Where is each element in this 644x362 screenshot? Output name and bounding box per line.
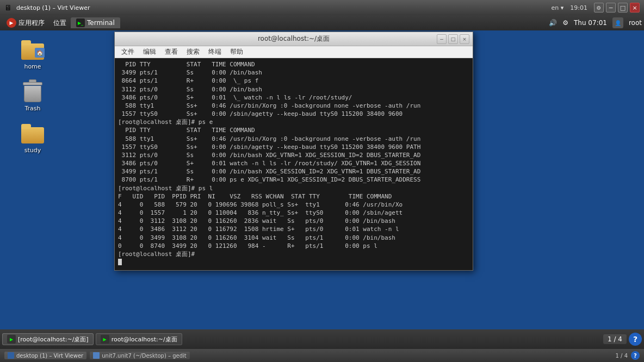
- menu-edit[interactable]: 编辑: [139, 47, 160, 57]
- terminal-content: PID TTY STAT TIME COMMAND 3499 pts/1 Ss …: [118, 60, 469, 258]
- host-locale[interactable]: en ▾: [552, 4, 564, 11]
- vm-panel-bottom: ▶ [root@localhost:~/桌面] ▶ root@localhost…: [0, 329, 644, 349]
- win-close-btn[interactable]: ×: [460, 34, 469, 44]
- host-taskbar-left: 🖥 desktop (1) – Virt Viewer: [4, 3, 90, 12]
- vm-panel-right: 🔊 ⚙ Thu 07:01 👤 root: [549, 17, 642, 28]
- terminal-tab-label: Terminal: [87, 19, 115, 27]
- volume-icon[interactable]: 🔊: [549, 19, 557, 27]
- vm-taskbar-item-1[interactable]: ▶ [root@localhost:~/桌面]: [2, 333, 94, 345]
- menu-file[interactable]: 文件: [117, 47, 139, 57]
- folder-tab: [21, 40, 31, 45]
- vm-pager: 1 / 4: [603, 334, 627, 344]
- logout-icon: 👤: [612, 17, 623, 28]
- host-maximize-btn[interactable]: □: [618, 3, 628, 13]
- host-task-label: desktop (1) – Virt Viewer: [16, 353, 83, 359]
- app-menu-icon[interactable]: ⚙: [562, 19, 568, 27]
- apps-red-icon: ▶: [7, 18, 16, 28]
- host-win-controls: en ▾ 19:01 ⚙ − □ ×: [552, 3, 640, 13]
- vm-time: Thu 07:01: [574, 19, 607, 27]
- host-titlebar: 🖥 desktop (1) – Virt Viewer en ▾ 19:01 ⚙…: [0, 0, 644, 15]
- vm-username: root: [629, 19, 642, 27]
- home-house: 🏠: [35, 48, 45, 58]
- menu-view[interactable]: 查看: [160, 47, 182, 57]
- vm-taskbar-label-2: root@localhost:~/桌面: [112, 335, 177, 344]
- terminal-window-title: root@localhost:~/桌面: [151, 34, 437, 43]
- win-controls: − □ ×: [437, 34, 469, 44]
- host-task-vm[interactable]: desktop (1) – Virt Viewer: [4, 352, 86, 359]
- host-bottom-bar: desktop (1) – Virt Viewer unit7.unit7 (~…: [0, 349, 644, 362]
- win-maximize-btn[interactable]: □: [448, 34, 458, 44]
- host-bottom-pager: 1 / 4: [616, 353, 628, 359]
- apps-label: 应用程序: [18, 18, 45, 28]
- terminal-titlebar: root@localhost:~/桌面 − □ ×: [115, 32, 473, 46]
- terminal-icon: ▶_: [76, 18, 85, 27]
- win-minimize-btn[interactable]: −: [437, 34, 447, 44]
- gedit-icon: [93, 352, 100, 359]
- study-folder-tab: [21, 124, 31, 129]
- terminal-menubar: 文件 编辑 查看 搜索 终端 帮助: [115, 46, 473, 58]
- vm-task-icon: [8, 352, 14, 359]
- host-gedit-label: unit7.unit7 (~/Desktop) – gedit: [102, 353, 187, 359]
- terminal-cursor: [118, 259, 122, 265]
- host-app-icon: 🖥: [4, 3, 12, 12]
- host-bottom-help[interactable]: ?: [631, 351, 640, 360]
- study-label: study: [24, 147, 41, 154]
- vm-taskbar-item-2[interactable]: ▶ root@localhost:~/桌面: [96, 333, 182, 345]
- host-title: desktop (1) – Virt Viewer: [16, 4, 90, 11]
- terminal-task-icon: ▶: [7, 335, 16, 344]
- desktop-icon-trash[interactable]: Trash: [11, 78, 54, 112]
- trash-lid: [23, 82, 42, 85]
- home-icon-img: 🏠: [20, 36, 46, 62]
- host-bottom-left: desktop (1) – Virt Viewer unit7.unit7 (~…: [4, 352, 190, 359]
- trash-icon-img: [20, 78, 46, 104]
- vm-taskbar-label-1: [root@localhost:~/桌面]: [18, 335, 89, 344]
- vm-places-btn[interactable]: 位置: [49, 17, 71, 29]
- places-label: 位置: [53, 18, 66, 28]
- host-bottom-right: 1 / 4 ?: [616, 351, 640, 360]
- menu-terminal[interactable]: 终端: [204, 47, 226, 57]
- study-icon-img: [20, 120, 46, 146]
- menu-help[interactable]: 帮助: [226, 47, 247, 57]
- host-settings-icon[interactable]: ⚙: [594, 3, 604, 13]
- menu-search[interactable]: 搜索: [182, 47, 204, 57]
- desktop-icons-area: 🏠 home Trash study: [11, 36, 54, 154]
- study-folder-shape: [21, 127, 44, 143]
- terminal-body[interactable]: PID TTY STAT TIME COMMAND 3499 pts/1 Ss …: [115, 58, 473, 270]
- vm-apps-btn[interactable]: ▶ 应用程序: [2, 17, 49, 29]
- terminal-window: root@localhost:~/桌面 − □ × 文件 编辑 查看 搜索 终端…: [114, 32, 473, 271]
- host-minimize-btn[interactable]: −: [606, 3, 616, 13]
- host-time: 19:01: [570, 4, 587, 11]
- home-label: home: [24, 63, 41, 70]
- vm-panel-top: ▶ 应用程序 位置 ▶_ Terminal 🔊 ⚙ Thu 07:01 👤 ro…: [0, 15, 644, 30]
- host-close-btn[interactable]: ×: [630, 3, 640, 13]
- trash-label: Trash: [24, 105, 40, 112]
- vm-terminal-tab[interactable]: ▶_ Terminal: [71, 17, 120, 28]
- desktop-icon-home[interactable]: 🏠 home: [11, 36, 54, 70]
- vm-help-btn[interactable]: ?: [629, 333, 642, 346]
- desktop-icon-study[interactable]: study: [11, 120, 54, 154]
- terminal-task-icon2: ▶: [101, 335, 109, 344]
- host-task-gedit[interactable]: unit7.unit7 (~/Desktop) – gedit: [90, 352, 190, 359]
- vm-panel-left: ▶ 应用程序 位置 ▶_ Terminal: [2, 17, 120, 29]
- vm-screen: ▶ 应用程序 位置 ▶_ Terminal 🔊 ⚙ Thu 07:01 👤 ro…: [0, 15, 644, 349]
- trash-body: [24, 86, 41, 102]
